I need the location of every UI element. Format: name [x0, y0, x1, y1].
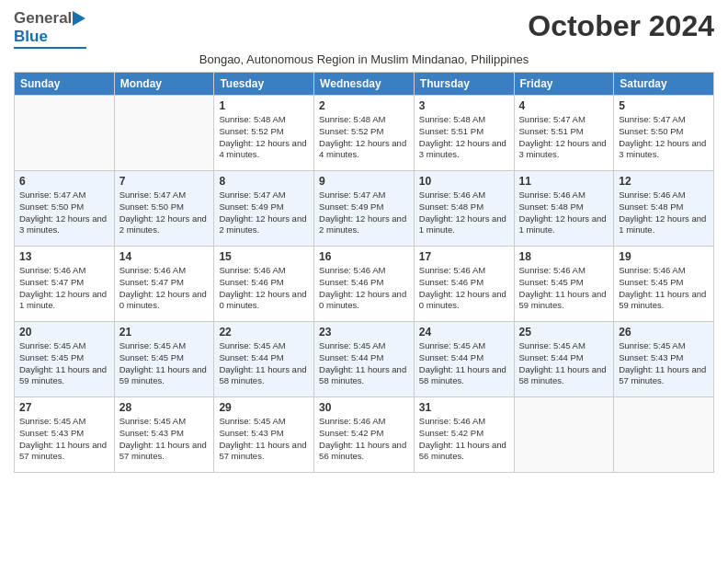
calendar-cell: 16Sunrise: 5:46 AM Sunset: 5:46 PM Dayli… — [314, 247, 415, 322]
day-number: 12 — [619, 175, 709, 188]
calendar-cell: 22Sunrise: 5:45 AM Sunset: 5:44 PM Dayli… — [214, 322, 314, 397]
day-info: Sunrise: 5:47 AM Sunset: 5:49 PM Dayligh… — [219, 190, 309, 236]
calendar-cell: 4Sunrise: 5:47 AM Sunset: 5:51 PM Daylig… — [514, 96, 614, 171]
day-number: 31 — [419, 401, 509, 414]
calendar-cell: 23Sunrise: 5:45 AM Sunset: 5:44 PM Dayli… — [314, 322, 415, 397]
day-info: Sunrise: 5:47 AM Sunset: 5:50 PM Dayligh… — [619, 114, 709, 161]
header-monday: Monday — [114, 73, 214, 96]
logo: General Blue — [14, 9, 86, 49]
day-number: 14 — [119, 250, 210, 263]
day-info: Sunrise: 5:48 AM Sunset: 5:51 PM Dayligh… — [419, 114, 509, 161]
logo-blue-line: Blue — [14, 28, 48, 46]
day-info: Sunrise: 5:46 AM Sunset: 5:47 PM Dayligh… — [19, 265, 109, 312]
calendar-cell — [614, 397, 714, 473]
day-info: Sunrise: 5:45 AM Sunset: 5:43 PM Dayligh… — [619, 340, 709, 387]
calendar-cell: 8Sunrise: 5:47 AM Sunset: 5:49 PM Daylig… — [214, 171, 314, 247]
day-info: Sunrise: 5:45 AM Sunset: 5:45 PM Dayligh… — [19, 340, 109, 387]
logo-arrow-icon — [73, 11, 85, 26]
calendar-cell — [15, 96, 115, 171]
day-info: Sunrise: 5:45 AM Sunset: 5:44 PM Dayligh… — [519, 340, 609, 387]
day-number: 22 — [219, 326, 309, 339]
header-tuesday: Tuesday — [214, 73, 314, 96]
day-number: 8 — [219, 175, 309, 188]
calendar-cell: 13Sunrise: 5:46 AM Sunset: 5:47 PM Dayli… — [15, 247, 115, 322]
day-number: 18 — [519, 250, 609, 263]
day-info: Sunrise: 5:45 AM Sunset: 5:44 PM Dayligh… — [319, 340, 409, 387]
calendar-cell: 30Sunrise: 5:46 AM Sunset: 5:42 PM Dayli… — [314, 397, 415, 473]
calendar-cell: 24Sunrise: 5:45 AM Sunset: 5:44 PM Dayli… — [414, 322, 514, 397]
calendar-cell: 11Sunrise: 5:46 AM Sunset: 5:48 PM Dayli… — [514, 171, 614, 247]
week-row-4: 20Sunrise: 5:45 AM Sunset: 5:45 PM Dayli… — [15, 322, 714, 397]
calendar-cell: 17Sunrise: 5:46 AM Sunset: 5:46 PM Dayli… — [414, 247, 514, 322]
calendar-cell: 25Sunrise: 5:45 AM Sunset: 5:44 PM Dayli… — [514, 322, 614, 397]
calendar-cell: 15Sunrise: 5:46 AM Sunset: 5:46 PM Dayli… — [214, 247, 314, 322]
day-info: Sunrise: 5:46 AM Sunset: 5:47 PM Dayligh… — [119, 265, 210, 312]
calendar-cell: 27Sunrise: 5:45 AM Sunset: 5:43 PM Dayli… — [15, 397, 115, 473]
day-number: 16 — [319, 250, 409, 263]
calendar-cell: 20Sunrise: 5:45 AM Sunset: 5:45 PM Dayli… — [15, 322, 115, 397]
day-info: Sunrise: 5:46 AM Sunset: 5:46 PM Dayligh… — [419, 265, 509, 312]
day-number: 2 — [319, 99, 409, 112]
day-info: Sunrise: 5:46 AM Sunset: 5:46 PM Dayligh… — [319, 265, 409, 312]
day-number: 24 — [419, 326, 509, 339]
calendar-cell: 26Sunrise: 5:45 AM Sunset: 5:43 PM Dayli… — [614, 322, 714, 397]
day-info: Sunrise: 5:45 AM Sunset: 5:43 PM Dayligh… — [119, 416, 210, 463]
day-number: 6 — [19, 175, 109, 188]
header: General Blue October 2024 — [14, 9, 714, 49]
day-info: Sunrise: 5:45 AM Sunset: 5:44 PM Dayligh… — [419, 340, 509, 387]
day-number: 9 — [319, 175, 409, 188]
day-number: 7 — [119, 175, 210, 188]
logo-general-text: General — [14, 9, 72, 28]
day-info: Sunrise: 5:46 AM Sunset: 5:48 PM Dayligh… — [419, 190, 509, 236]
calendar-cell — [114, 96, 214, 171]
day-number: 27 — [19, 401, 109, 414]
calendar-cell: 14Sunrise: 5:46 AM Sunset: 5:47 PM Dayli… — [114, 247, 214, 322]
day-info: Sunrise: 5:47 AM Sunset: 5:50 PM Dayligh… — [19, 190, 109, 236]
logo-blue-text: Blue — [14, 28, 48, 46]
calendar-cell: 12Sunrise: 5:46 AM Sunset: 5:48 PM Dayli… — [614, 171, 714, 247]
day-number: 21 — [119, 326, 210, 339]
day-info: Sunrise: 5:46 AM Sunset: 5:48 PM Dayligh… — [519, 190, 609, 236]
header-saturday: Saturday — [614, 73, 714, 96]
week-row-3: 13Sunrise: 5:46 AM Sunset: 5:47 PM Dayli… — [15, 247, 714, 322]
day-number: 1 — [219, 99, 309, 112]
calendar-table: SundayMondayTuesdayWednesdayThursdayFrid… — [14, 72, 714, 473]
logo-underline — [14, 47, 86, 49]
day-number: 20 — [19, 326, 109, 339]
day-info: Sunrise: 5:48 AM Sunset: 5:52 PM Dayligh… — [319, 114, 409, 161]
day-number: 10 — [419, 175, 509, 188]
header-wednesday: Wednesday — [314, 73, 415, 96]
header-friday: Friday — [514, 73, 614, 96]
day-info: Sunrise: 5:46 AM Sunset: 5:45 PM Dayligh… — [519, 265, 609, 312]
day-number: 15 — [219, 250, 309, 263]
day-number: 4 — [519, 99, 609, 112]
day-number: 3 — [419, 99, 509, 112]
calendar-cell: 5Sunrise: 5:47 AM Sunset: 5:50 PM Daylig… — [614, 96, 714, 171]
day-number: 23 — [319, 326, 409, 339]
subtitle: Bongao, Autonomous Region in Muslim Mind… — [14, 52, 714, 66]
header-sunday: Sunday — [15, 73, 115, 96]
calendar-cell: 19Sunrise: 5:46 AM Sunset: 5:45 PM Dayli… — [614, 247, 714, 322]
week-row-5: 27Sunrise: 5:45 AM Sunset: 5:43 PM Dayli… — [15, 397, 714, 473]
day-info: Sunrise: 5:46 AM Sunset: 5:45 PM Dayligh… — [619, 265, 709, 312]
calendar-cell: 2Sunrise: 5:48 AM Sunset: 5:52 PM Daylig… — [314, 96, 415, 171]
day-info: Sunrise: 5:47 AM Sunset: 5:51 PM Dayligh… — [519, 114, 609, 161]
page: General Blue October 2024 Bongao, Autono… — [0, 0, 728, 563]
day-info: Sunrise: 5:47 AM Sunset: 5:50 PM Dayligh… — [119, 190, 210, 236]
calendar-cell: 1Sunrise: 5:48 AM Sunset: 5:52 PM Daylig… — [214, 96, 314, 171]
day-number: 30 — [319, 401, 409, 414]
day-info: Sunrise: 5:46 AM Sunset: 5:42 PM Dayligh… — [319, 416, 409, 463]
day-number: 17 — [419, 250, 509, 263]
day-info: Sunrise: 5:46 AM Sunset: 5:46 PM Dayligh… — [219, 265, 309, 312]
calendar-cell — [514, 397, 614, 473]
calendar-cell: 28Sunrise: 5:45 AM Sunset: 5:43 PM Dayli… — [114, 397, 214, 473]
day-number: 26 — [619, 326, 709, 339]
calendar-cell: 29Sunrise: 5:45 AM Sunset: 5:43 PM Dayli… — [214, 397, 314, 473]
day-info: Sunrise: 5:46 AM Sunset: 5:42 PM Dayligh… — [419, 416, 509, 463]
header-row: SundayMondayTuesdayWednesdayThursdayFrid… — [15, 73, 714, 96]
calendar-cell: 6Sunrise: 5:47 AM Sunset: 5:50 PM Daylig… — [15, 171, 115, 247]
calendar-cell: 7Sunrise: 5:47 AM Sunset: 5:50 PM Daylig… — [114, 171, 214, 247]
calendar-cell: 9Sunrise: 5:47 AM Sunset: 5:49 PM Daylig… — [314, 171, 415, 247]
svg-marker-0 — [73, 11, 85, 26]
calendar-cell: 3Sunrise: 5:48 AM Sunset: 5:51 PM Daylig… — [414, 96, 514, 171]
